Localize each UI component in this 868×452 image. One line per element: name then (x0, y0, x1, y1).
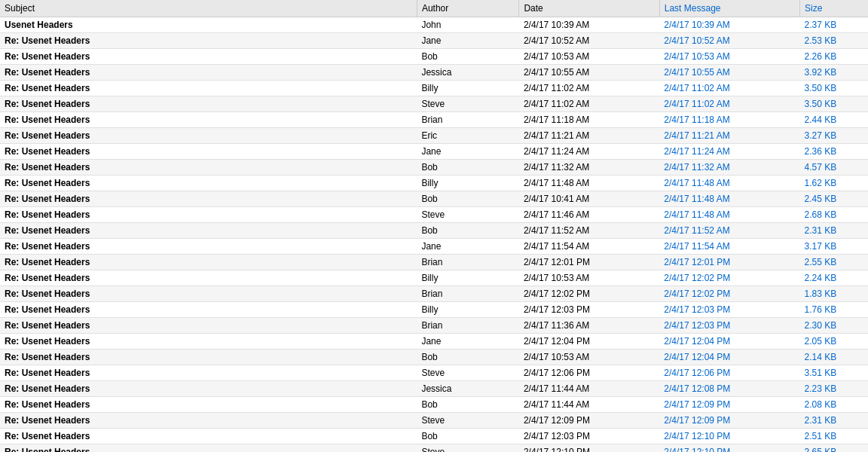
cell-lastmessage: 2/4/17 10:55 AM (659, 65, 799, 81)
cell-date: 2/4/17 11:36 AM (519, 318, 659, 334)
table-row[interactable]: Re: Usenet HeadersSteve2/4/17 11:02 AM2/… (0, 96, 868, 112)
header-size[interactable]: Size (800, 0, 868, 17)
cell-lastmessage: 2/4/17 12:04 PM (659, 350, 799, 365)
cell-size: 2.31 KB (800, 223, 868, 239)
email-table: Subject Author Date Last Message Size Us… (0, 0, 868, 452)
table-row[interactable]: Re: Usenet HeadersBrian2/4/17 12:02 PM2/… (0, 286, 868, 302)
table-row[interactable]: Re: Usenet HeadersSteve2/4/17 12:06 PM2/… (0, 365, 868, 381)
cell-size: 3.92 KB (800, 65, 868, 81)
cell-author: Jane (417, 33, 519, 49)
cell-date: 2/4/17 11:24 AM (519, 144, 659, 160)
table-row[interactable]: Re: Usenet HeadersJessica2/4/17 10:55 AM… (0, 65, 868, 81)
table-row[interactable]: Re: Usenet HeadersBob2/4/17 12:03 PM2/4/… (0, 429, 868, 444)
cell-lastmessage: 2/4/17 11:24 AM (659, 144, 799, 160)
table-row[interactable]: Re: Usenet HeadersBilly2/4/17 10:53 AM2/… (0, 270, 868, 286)
cell-subject: Re: Usenet Headers (0, 176, 417, 191)
cell-size: 2.30 KB (800, 318, 868, 334)
cell-subject: Re: Usenet Headers (0, 444, 417, 453)
table-row[interactable]: Re: Usenet HeadersJane2/4/17 11:24 AM2/4… (0, 144, 868, 160)
cell-date: 2/4/17 11:46 AM (519, 207, 659, 223)
cell-size: 3.27 KB (800, 128, 868, 144)
table-row[interactable]: Re: Usenet HeadersEric2/4/17 11:21 AM2/4… (0, 128, 868, 144)
header-last-message[interactable]: Last Message (659, 0, 799, 17)
cell-lastmessage: 2/4/17 12:10 PM (659, 429, 799, 444)
header-author[interactable]: Author (417, 0, 519, 17)
table-row[interactable]: Re: Usenet HeadersJane2/4/17 10:52 AM2/4… (0, 33, 868, 49)
table-row[interactable]: Re: Usenet HeadersBob2/4/17 10:41 AM2/4/… (0, 191, 868, 207)
cell-lastmessage: 2/4/17 11:18 AM (659, 112, 799, 128)
cell-subject: Usenet Headers (0, 17, 417, 33)
table-row[interactable]: Re: Usenet HeadersBrian2/4/17 11:36 AM2/… (0, 318, 868, 334)
table-row[interactable]: Re: Usenet HeadersSteve2/4/17 11:46 AM2/… (0, 207, 868, 223)
cell-subject: Re: Usenet Headers (0, 381, 417, 397)
cell-date: 2/4/17 12:03 PM (519, 429, 659, 444)
table-row[interactable]: Re: Usenet HeadersBob2/4/17 11:44 AM2/4/… (0, 397, 868, 413)
table-row[interactable]: Re: Usenet HeadersBilly2/4/17 11:02 AM2/… (0, 81, 868, 96)
table-row[interactable]: Re: Usenet HeadersBrian2/4/17 12:01 PM2/… (0, 255, 868, 270)
header-date[interactable]: Date (519, 0, 659, 17)
cell-date: 2/4/17 11:02 AM (519, 81, 659, 96)
cell-size: 3.17 KB (800, 239, 868, 255)
cell-author: Bob (417, 350, 519, 365)
cell-author: Bob (417, 49, 519, 65)
cell-date: 2/4/17 12:02 PM (519, 286, 659, 302)
table-row[interactable]: Re: Usenet HeadersSteve2/4/17 12:09 PM2/… (0, 413, 868, 429)
cell-lastmessage: 2/4/17 11:48 AM (659, 176, 799, 191)
cell-size: 2.24 KB (800, 270, 868, 286)
table-row[interactable]: Re: Usenet HeadersBob2/4/17 11:52 AM2/4/… (0, 223, 868, 239)
cell-author: Jane (417, 239, 519, 255)
cell-author: Brian (417, 255, 519, 270)
cell-lastmessage: 2/4/17 12:03 PM (659, 318, 799, 334)
cell-subject: Re: Usenet Headers (0, 33, 417, 49)
cell-subject: Re: Usenet Headers (0, 318, 417, 334)
cell-size: 4.57 KB (800, 160, 868, 176)
cell-author: Jessica (417, 65, 519, 81)
table-row[interactable]: Re: Usenet HeadersJane2/4/17 12:04 PM2/4… (0, 334, 868, 350)
table-body: Usenet HeadersJohn2/4/17 10:39 AM2/4/17 … (0, 17, 868, 453)
table-row[interactable]: Re: Usenet HeadersBrian2/4/17 11:18 AM2/… (0, 112, 868, 128)
cell-size: 3.50 KB (800, 81, 868, 96)
cell-lastmessage: 2/4/17 10:39 AM (659, 17, 799, 33)
cell-date: 2/4/17 11:44 AM (519, 381, 659, 397)
cell-date: 2/4/17 10:53 AM (519, 270, 659, 286)
cell-lastmessage: 2/4/17 12:02 PM (659, 286, 799, 302)
cell-author: Eric (417, 128, 519, 144)
cell-lastmessage: 2/4/17 12:01 PM (659, 255, 799, 270)
cell-date: 2/4/17 12:03 PM (519, 302, 659, 318)
cell-size: 2.45 KB (800, 191, 868, 207)
cell-subject: Re: Usenet Headers (0, 365, 417, 381)
cell-subject: Re: Usenet Headers (0, 239, 417, 255)
cell-subject: Re: Usenet Headers (0, 160, 417, 176)
cell-size: 1.83 KB (800, 286, 868, 302)
cell-subject: Re: Usenet Headers (0, 302, 417, 318)
table-row[interactable]: Re: Usenet HeadersBilly2/4/17 11:48 AM2/… (0, 176, 868, 191)
table-row[interactable]: Re: Usenet HeadersBilly2/4/17 12:03 PM2/… (0, 302, 868, 318)
cell-size: 2.14 KB (800, 350, 868, 365)
email-list-container[interactable]: Subject Author Date Last Message Size Us… (0, 0, 868, 452)
cell-date: 2/4/17 11:52 AM (519, 223, 659, 239)
table-row[interactable]: Re: Usenet HeadersBob2/4/17 11:32 AM2/4/… (0, 160, 868, 176)
cell-lastmessage: 2/4/17 11:48 AM (659, 191, 799, 207)
cell-author: John (417, 17, 519, 33)
cell-size: 2.23 KB (800, 381, 868, 397)
table-row[interactable]: Re: Usenet HeadersBob2/4/17 10:53 AM2/4/… (0, 49, 868, 65)
table-row[interactable]: Re: Usenet HeadersJessica2/4/17 11:44 AM… (0, 381, 868, 397)
header-subject[interactable]: Subject (0, 0, 417, 17)
cell-lastmessage: 2/4/17 12:10 PM (659, 444, 799, 453)
cell-date: 2/4/17 12:04 PM (519, 334, 659, 350)
table-row[interactable]: Re: Usenet HeadersBob2/4/17 10:53 AM2/4/… (0, 350, 868, 365)
cell-size: 1.62 KB (800, 176, 868, 191)
cell-subject: Re: Usenet Headers (0, 286, 417, 302)
cell-lastmessage: 2/4/17 12:06 PM (659, 365, 799, 381)
cell-author: Brian (417, 286, 519, 302)
cell-date: 2/4/17 11:54 AM (519, 239, 659, 255)
cell-date: 2/4/17 10:55 AM (519, 65, 659, 81)
cell-author: Steve (417, 207, 519, 223)
cell-subject: Re: Usenet Headers (0, 413, 417, 429)
table-row[interactable]: Usenet HeadersJohn2/4/17 10:39 AM2/4/17 … (0, 17, 868, 33)
table-row[interactable]: Re: Usenet HeadersSteve2/4/17 12:10 PM2/… (0, 444, 868, 453)
cell-subject: Re: Usenet Headers (0, 350, 417, 365)
cell-date: 2/4/17 10:39 AM (519, 17, 659, 33)
cell-subject: Re: Usenet Headers (0, 223, 417, 239)
table-row[interactable]: Re: Usenet HeadersJane2/4/17 11:54 AM2/4… (0, 239, 868, 255)
